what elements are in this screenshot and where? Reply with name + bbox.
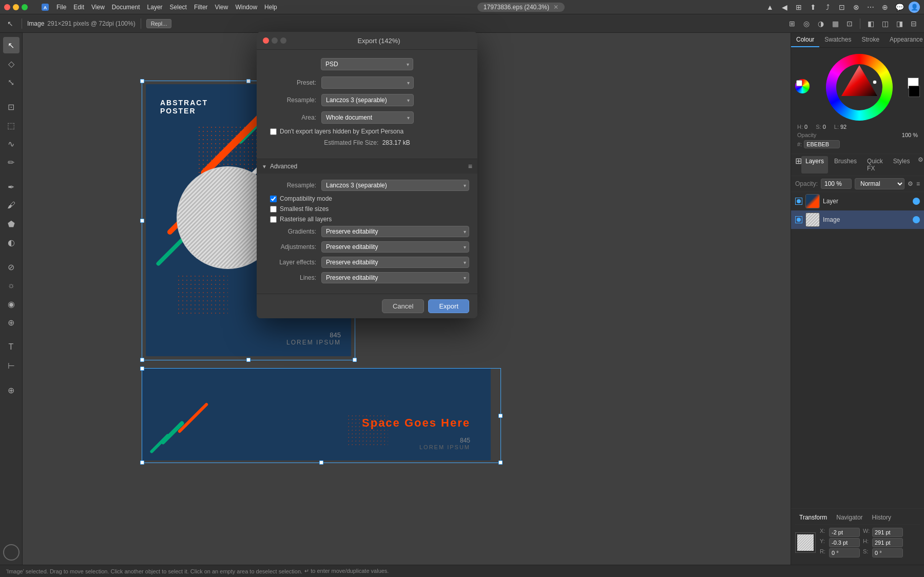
align-center-icon[interactable]: ◫: [879, 17, 891, 30]
h-input[interactable]: [872, 538, 903, 547]
w-input[interactable]: [872, 528, 903, 537]
clone-tool[interactable]: ⊕: [3, 314, 20, 331]
node-tool[interactable]: ◇: [3, 55, 20, 72]
tab-stroke[interactable]: Stroke: [856, 33, 884, 47]
crop2-icon[interactable]: ⊡: [843, 17, 856, 30]
menu-edit[interactable]: Edit: [73, 4, 84, 11]
blur-tool[interactable]: ◉: [3, 296, 20, 312]
grid-icon[interactable]: ⊞: [794, 2, 804, 12]
layer-settings-icon[interactable]: ⚙: [908, 180, 913, 187]
align-left-icon[interactable]: ◧: [864, 17, 877, 30]
dialog-close-btn[interactable]: [263, 37, 269, 44]
bottom-handle-bm[interactable]: [319, 460, 323, 465]
histogram-icon[interactable]: ▦: [829, 17, 841, 30]
resample-select[interactable]: Lanczos 3 (separable) Bilinear Bicubic: [321, 94, 414, 106]
selection-tool[interactable]: ⬚: [3, 117, 20, 133]
lasso-tool[interactable]: ∿: [3, 136, 20, 152]
layer-item-image[interactable]: Image: [791, 210, 924, 229]
rasterise-checkbox[interactable]: [270, 216, 277, 223]
layer-more-icon[interactable]: ≡: [916, 180, 920, 187]
minimize-button[interactable]: [13, 4, 19, 10]
tab-swatches[interactable]: Swatches: [819, 33, 856, 47]
close-button[interactable]: [4, 4, 10, 10]
menu-document[interactable]: Document: [112, 4, 140, 11]
adv-resample-select[interactable]: Lanczos 3 (separable): [321, 180, 469, 191]
color-mode-icon[interactable]: [795, 79, 812, 95]
crop-tool[interactable]: ⊡: [3, 99, 20, 115]
layer-visibility-icon[interactable]: [795, 198, 802, 205]
compat-mode-checkbox[interactable]: [270, 196, 277, 202]
handle-tl[interactable]: [140, 79, 144, 83]
replace-button[interactable]: Repl...: [146, 19, 172, 28]
bottom-handle-bl[interactable]: [140, 460, 144, 465]
nav-left-icon[interactable]: ◀: [779, 2, 790, 12]
speech-icon[interactable]: 💬: [894, 2, 904, 12]
handle-bl[interactable]: [140, 358, 144, 362]
align-right-icon[interactable]: ◨: [893, 17, 906, 30]
format-select[interactable]: PSD PNG JPEG TIFF: [321, 58, 413, 70]
erase-tool[interactable]: ⊘: [3, 259, 20, 275]
dont-export-checkbox[interactable]: [270, 128, 277, 135]
more-icon[interactable]: ⋯: [865, 2, 876, 12]
s-input[interactable]: [872, 548, 903, 557]
handle-br[interactable]: [353, 358, 357, 362]
advanced-menu-icon[interactable]: ≡: [468, 162, 472, 170]
color-wheel-svg[interactable]: [826, 54, 893, 121]
macro-icon[interactable]: ⊗: [851, 2, 861, 12]
menu-window[interactable]: Window: [235, 4, 257, 11]
layer-effects-select[interactable]: Preserve editability Rasterise: [321, 257, 469, 268]
image-layer-visibility-icon[interactable]: [795, 216, 802, 223]
tab-navigator[interactable]: Navigator: [832, 513, 867, 522]
tab-brushes[interactable]: Brushes: [830, 156, 861, 174]
maximize-button[interactable]: [22, 4, 28, 10]
advanced-section-header[interactable]: ▼ Advanced ≡: [257, 159, 477, 174]
cancel-button[interactable]: Cancel: [382, 299, 424, 313]
tab-styles[interactable]: Styles: [889, 156, 914, 174]
dialog-maximize-btn[interactable]: [280, 37, 286, 44]
menu-filter[interactable]: Filter: [194, 4, 208, 11]
dialog-minimize-btn[interactable]: [272, 37, 278, 44]
close-tab-icon[interactable]: ✕: [553, 4, 559, 11]
adjustments-select[interactable]: Preserve editability Rasterise: [321, 241, 469, 253]
avatar-icon[interactable]: 👤: [909, 2, 920, 13]
menu-view[interactable]: View: [91, 4, 105, 11]
area-select[interactable]: Whole document Selection Current layer: [321, 111, 414, 124]
handle-tm[interactable]: [246, 79, 251, 83]
menu-view2[interactable]: View: [215, 4, 228, 11]
tab-layers[interactable]: Layers: [801, 156, 828, 174]
smallest-files-checkbox[interactable]: [270, 206, 277, 213]
menu-file[interactable]: File: [56, 4, 66, 11]
tab-history[interactable]: History: [868, 513, 895, 522]
x-input[interactable]: [829, 528, 860, 537]
crop-icon[interactable]: ⊡: [837, 2, 847, 12]
measure-tool[interactable]: ⊢: [3, 357, 20, 374]
y-input[interactable]: [829, 538, 860, 547]
bottom-handle-br[interactable]: [498, 460, 503, 465]
distribute-icon[interactable]: ⊟: [908, 17, 920, 30]
blend-mode-select[interactable]: Normal Multiply Screen Overlay: [855, 178, 904, 189]
zoom-tool[interactable]: ⊕: [3, 382, 20, 398]
export-button[interactable]: Export: [428, 299, 469, 313]
menu-select[interactable]: Select: [170, 4, 187, 11]
type-tool[interactable]: T: [3, 339, 20, 355]
dodge-tool[interactable]: ☼: [3, 277, 20, 294]
share-icon[interactable]: ⬆: [808, 2, 818, 12]
layers-settings-icon[interactable]: ⚙: [918, 156, 923, 174]
tab-appearance[interactable]: Appearance: [884, 33, 924, 47]
persona-icon[interactable]: ⊕: [880, 2, 890, 12]
handle-bm[interactable]: [246, 358, 251, 362]
brush-tool[interactable]: 🖌: [3, 197, 20, 214]
menu-layer[interactable]: Layer: [147, 4, 163, 11]
gradient-tool[interactable]: ◐: [3, 234, 20, 251]
transform-tool[interactable]: ⤡: [3, 74, 20, 90]
select-tool-icon[interactable]: ↖: [4, 17, 16, 30]
view-mode-tool[interactable]: [3, 544, 20, 561]
hex-input[interactable]: [804, 140, 840, 148]
channels-icon[interactable]: ◑: [815, 17, 827, 30]
navigator-icon[interactable]: ◎: [800, 17, 813, 30]
lines-select[interactable]: Preserve editability Rasterise: [321, 272, 469, 283]
tab-transform[interactable]: Transform: [795, 513, 831, 522]
handle-ml[interactable]: [140, 219, 144, 223]
menu-help[interactable]: Help: [264, 4, 277, 11]
fill-tool[interactable]: ⬟: [3, 216, 20, 232]
